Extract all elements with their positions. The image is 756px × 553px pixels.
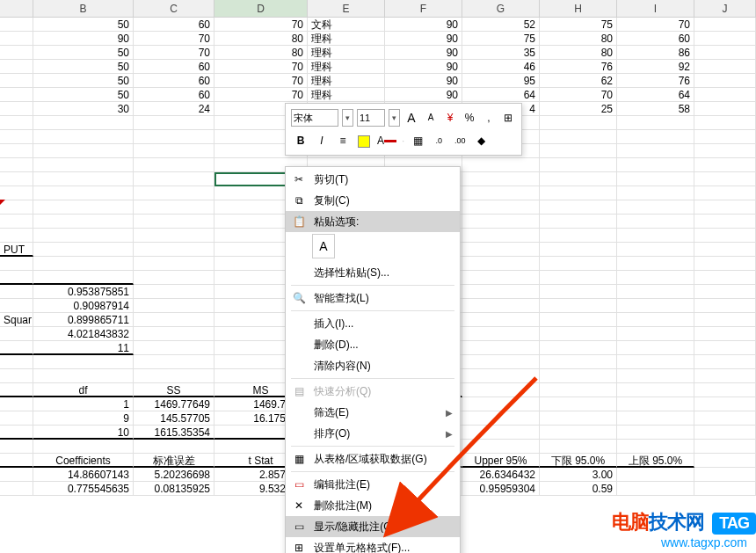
cell[interactable]: 70 bbox=[214, 74, 308, 88]
decrease-decimal-button[interactable]: .00 bbox=[452, 132, 468, 149]
cell[interactable]: 26.6346432 bbox=[462, 468, 540, 482]
cell[interactable] bbox=[694, 18, 756, 32]
menu-insert[interactable]: 插入(I)... bbox=[286, 313, 460, 334]
cell[interactable] bbox=[33, 440, 134, 454]
cell[interactable] bbox=[462, 355, 540, 369]
cell[interactable] bbox=[462, 383, 540, 397]
cell[interactable] bbox=[462, 341, 540, 355]
cell[interactable]: 理科 bbox=[308, 60, 385, 74]
cell[interactable] bbox=[0, 257, 33, 271]
cell[interactable] bbox=[540, 229, 617, 243]
paste-option-text[interactable]: A bbox=[312, 234, 335, 258]
cell[interactable]: 1469.77649 bbox=[134, 397, 214, 411]
cell[interactable]: 50 bbox=[33, 46, 134, 60]
cell[interactable] bbox=[540, 257, 617, 271]
cell[interactable] bbox=[0, 229, 33, 243]
cell[interactable] bbox=[694, 144, 756, 158]
cell[interactable]: 90 bbox=[33, 32, 134, 46]
cell[interactable]: 60 bbox=[134, 74, 214, 88]
cell[interactable] bbox=[0, 327, 33, 341]
cell[interactable] bbox=[617, 327, 694, 341]
cell[interactable] bbox=[462, 172, 540, 186]
cell[interactable] bbox=[617, 172, 694, 186]
cell[interactable] bbox=[617, 482, 694, 496]
menu-format-cells[interactable]: ⊞ 设置单元格格式(F)... bbox=[286, 537, 460, 553]
cell[interactable] bbox=[0, 440, 33, 454]
format-painter-button[interactable]: ◆ bbox=[473, 132, 489, 149]
cell[interactable]: 90 bbox=[385, 88, 462, 102]
cell[interactable] bbox=[0, 482, 33, 496]
cell[interactable]: SS bbox=[134, 383, 214, 397]
cell[interactable] bbox=[694, 88, 756, 102]
col-header-G[interactable]: G bbox=[462, 0, 540, 17]
cell[interactable] bbox=[462, 271, 540, 285]
cell[interactable] bbox=[540, 397, 617, 411]
menu-from-table[interactable]: ▦ 从表格/区域获取数据(G) bbox=[286, 448, 460, 469]
cell[interactable] bbox=[134, 257, 214, 271]
cell[interactable] bbox=[462, 215, 540, 229]
cell[interactable] bbox=[134, 215, 214, 229]
cell[interactable]: 0.08135925 bbox=[134, 482, 214, 496]
cell[interactable] bbox=[134, 116, 214, 130]
cell[interactable]: 90 bbox=[385, 32, 462, 46]
cell[interactable] bbox=[617, 341, 694, 355]
cell[interactable] bbox=[694, 74, 756, 88]
cell[interactable]: 75 bbox=[540, 18, 617, 32]
cell[interactable] bbox=[540, 327, 617, 341]
cell[interactable] bbox=[617, 285, 694, 299]
cell[interactable] bbox=[540, 411, 617, 426]
cell[interactable] bbox=[0, 426, 33, 440]
cell[interactable] bbox=[0, 411, 33, 426]
cell[interactable]: 0.953875851 bbox=[33, 285, 134, 299]
cell[interactable] bbox=[694, 243, 756, 257]
cell[interactable]: 70 bbox=[214, 18, 308, 32]
col-header-I[interactable]: I bbox=[617, 0, 694, 17]
cell[interactable] bbox=[0, 130, 33, 144]
cell[interactable] bbox=[694, 229, 756, 243]
cell[interactable]: 70 bbox=[214, 60, 308, 74]
cell[interactable] bbox=[134, 186, 214, 200]
bold-button[interactable]: B bbox=[293, 132, 309, 149]
cell[interactable]: 90 bbox=[385, 74, 462, 88]
cell[interactable] bbox=[134, 144, 214, 158]
cell[interactable] bbox=[540, 313, 617, 327]
cell[interactable]: 80 bbox=[540, 46, 617, 60]
menu-sort[interactable]: 排序(O) ▶ bbox=[286, 423, 460, 444]
cell[interactable]: 0.95959304 bbox=[462, 482, 540, 496]
col-header-D[interactable]: D bbox=[214, 0, 308, 17]
cell[interactable] bbox=[134, 243, 214, 257]
cell[interactable] bbox=[540, 299, 617, 313]
cell[interactable] bbox=[33, 271, 134, 285]
menu-delete-comment[interactable]: ✕ 删除批注(M) bbox=[286, 495, 460, 516]
cell[interactable] bbox=[540, 215, 617, 229]
cell[interactable]: 70 bbox=[134, 46, 214, 60]
fill-color-button[interactable] bbox=[356, 132, 372, 149]
cell[interactable] bbox=[694, 172, 756, 186]
cell[interactable] bbox=[33, 172, 134, 186]
cell[interactable]: 58 bbox=[617, 102, 694, 116]
merge-button[interactable]: ⊞ bbox=[500, 109, 516, 127]
cell[interactable] bbox=[540, 440, 617, 454]
cell[interactable]: 90 bbox=[385, 60, 462, 74]
cell[interactable] bbox=[134, 440, 214, 454]
cell[interactable] bbox=[617, 200, 694, 215]
cell[interactable] bbox=[694, 158, 756, 172]
cell[interactable] bbox=[462, 229, 540, 243]
cell[interactable] bbox=[694, 116, 756, 130]
cell[interactable] bbox=[134, 271, 214, 285]
cell[interactable] bbox=[33, 229, 134, 243]
grow-font-button[interactable]: A bbox=[403, 109, 419, 127]
cell[interactable] bbox=[617, 215, 694, 229]
cell[interactable]: 上限 95.0% bbox=[617, 454, 694, 468]
cell[interactable]: 92 bbox=[617, 60, 694, 74]
cell[interactable]: 标准误差 bbox=[134, 454, 214, 468]
font-dropdown-icon[interactable]: ▾ bbox=[342, 109, 353, 127]
cell[interactable] bbox=[540, 383, 617, 397]
cell[interactable] bbox=[694, 468, 756, 482]
cell[interactable] bbox=[0, 468, 33, 482]
cell[interactable] bbox=[0, 158, 33, 172]
cell[interactable] bbox=[0, 369, 33, 383]
cell[interactable] bbox=[134, 369, 214, 383]
cell[interactable] bbox=[0, 397, 33, 411]
cell[interactable]: 145.57705 bbox=[134, 411, 214, 426]
